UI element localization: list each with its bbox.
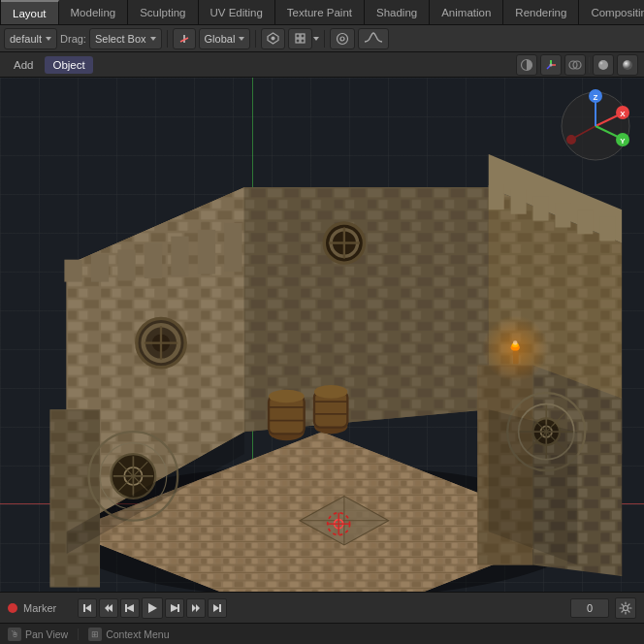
timeline-settings-btn[interactable]	[615, 597, 636, 619]
tab-uv-editing[interactable]: UV Editing	[199, 0, 275, 24]
svg-rect-98	[64, 260, 81, 282]
add-menu-btn[interactable]: Add	[6, 56, 41, 74]
mode-chevron-icon	[46, 37, 51, 41]
svg-text:Z: Z	[594, 93, 598, 102]
next-keyframe-icon	[191, 603, 201, 613]
snap-btn[interactable]	[261, 28, 285, 49]
svg-rect-105	[489, 185, 504, 209]
step-back-btn[interactable]	[120, 598, 140, 618]
svg-rect-107	[533, 196, 549, 220]
falloff-icon	[364, 32, 383, 45]
castle-scene-svg	[0, 97, 644, 592]
svg-rect-6	[301, 39, 305, 43]
status-bar: 🖱 Pan View ⊞ Context Menu	[0, 623, 644, 644]
svg-rect-149	[219, 604, 221, 612]
tab-shading[interactable]: Shading	[365, 0, 430, 24]
falloff-btn[interactable]	[358, 28, 389, 49]
pan-view-label: Pan View	[25, 628, 68, 640]
tab-layout[interactable]: Layout	[1, 0, 59, 24]
proportional-edit-icon	[336, 32, 349, 46]
record-dot	[8, 603, 17, 613]
tab-animation[interactable]: Animation	[430, 0, 503, 24]
status-separator	[78, 628, 79, 640]
svg-point-91	[269, 390, 305, 403]
svg-rect-60	[50, 409, 101, 587]
svg-text:X: X	[620, 110, 626, 118]
svg-rect-106	[511, 190, 527, 214]
workspace-tabs: Layout Modeling Sculpting UV Editing Tex…	[0, 0, 644, 25]
viewport-overlay-btn[interactable]	[516, 54, 537, 76]
svg-rect-143	[125, 604, 127, 612]
svg-rect-3	[296, 34, 300, 38]
jump-start-icon	[82, 603, 92, 613]
axis-gizmo-svg: X Y Z	[557, 87, 634, 165]
jump-end-btn[interactable]	[208, 598, 227, 618]
svg-marker-139	[85, 604, 91, 612]
marker-label: Marker	[23, 602, 72, 614]
step-fwd-btn[interactable]	[165, 598, 184, 618]
tab-modeling[interactable]: Modeling	[59, 0, 129, 24]
svg-rect-102	[171, 237, 188, 276]
jump-start-btn[interactable]	[78, 598, 97, 618]
solid-shading-btn[interactable]	[593, 54, 614, 76]
tab-compositing[interactable]: Compositing	[579, 0, 644, 24]
object-menu-btn[interactable]: Object	[45, 56, 92, 74]
svg-rect-101	[145, 243, 162, 279]
drag-selector[interactable]: Select Box	[89, 28, 162, 49]
drag-chevron-icon	[150, 37, 156, 41]
gizmo-btn[interactable]	[540, 54, 562, 76]
next-keyframe-btn[interactable]	[186, 598, 206, 618]
tab-sculpting[interactable]: Sculpting	[128, 0, 198, 24]
transform-icon-btn[interactable]	[173, 28, 196, 49]
xray-icon	[568, 58, 582, 72]
snap-options-btn[interactable]	[288, 28, 312, 49]
svg-rect-109	[577, 209, 593, 234]
svg-rect-108	[555, 203, 570, 227]
viewport-xray-btn[interactable]	[564, 54, 586, 76]
timeline-controls	[78, 597, 227, 619]
svg-point-16	[598, 60, 608, 70]
timeline-bar: Marker	[0, 592, 644, 623]
svg-marker-145	[171, 604, 178, 612]
svg-rect-104	[224, 223, 242, 272]
mode-selector[interactable]: default	[4, 28, 57, 49]
svg-rect-103	[198, 230, 215, 274]
svg-rect-5	[296, 39, 300, 43]
svg-rect-138	[83, 604, 85, 612]
tab-rendering[interactable]: Rendering	[503, 0, 579, 24]
svg-rect-100	[117, 249, 135, 280]
svg-point-13	[550, 63, 553, 66]
svg-point-18	[623, 60, 632, 70]
snap-options-icon	[294, 32, 306, 45]
svg-marker-148	[196, 604, 200, 612]
frame-number-input[interactable]: 0	[570, 598, 609, 618]
separator-3	[324, 30, 325, 48]
step-back-icon	[125, 603, 135, 613]
global-selector[interactable]: Global	[199, 28, 251, 49]
svg-point-17	[600, 61, 603, 64]
toolbar: default Drag: Select Box Global	[0, 25, 644, 52]
svg-rect-146	[177, 604, 179, 612]
play-btn[interactable]	[142, 597, 163, 619]
global-chevron-icon	[239, 37, 244, 41]
separator-1	[167, 30, 168, 48]
viewport[interactable]: X Y Z	[0, 78, 644, 592]
context-menu-status: ⊞ Context Menu	[88, 628, 169, 641]
svg-marker-142	[126, 604, 134, 612]
pan-view-icon: 🖱	[8, 628, 21, 641]
axis-gizmo[interactable]: X Y Z	[557, 87, 634, 165]
material-shading-btn[interactable]	[617, 54, 638, 76]
proportional-edit-btn[interactable]	[330, 28, 355, 49]
svg-marker-144	[148, 603, 157, 613]
material-shading-icon	[621, 58, 634, 72]
icon-separator	[589, 57, 590, 73]
gizmo-icon	[544, 58, 558, 72]
tab-texture-paint[interactable]: Texture Paint	[275, 0, 365, 24]
prev-keyframe-icon	[104, 603, 113, 613]
pan-view-status: 🖱 Pan View	[8, 628, 68, 641]
prev-keyframe-btn[interactable]	[99, 598, 118, 618]
view-icons	[516, 54, 638, 76]
svg-point-7	[338, 33, 348, 44]
header2: Add Object	[0, 52, 644, 78]
separator-2	[255, 30, 256, 48]
